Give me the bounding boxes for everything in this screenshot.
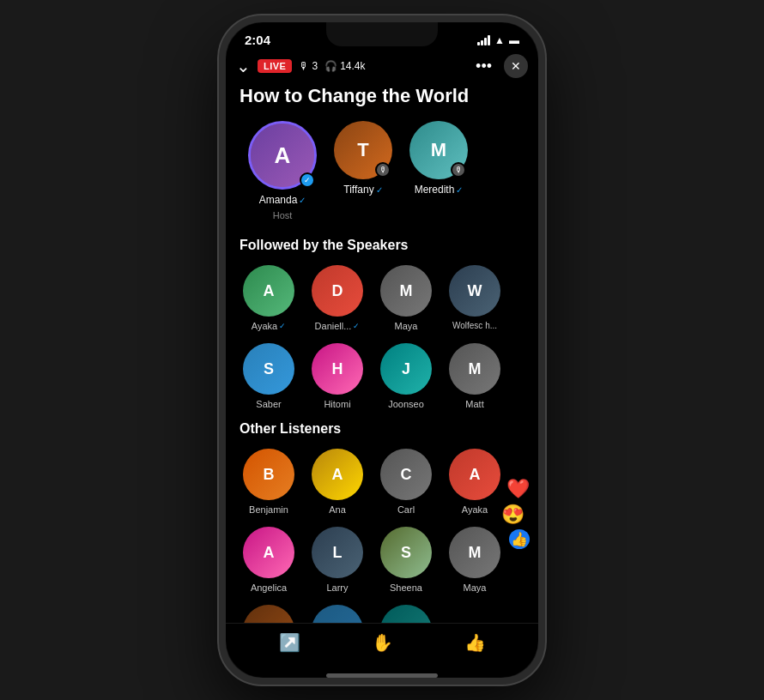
list-item[interactable] <box>240 605 298 623</box>
reaction-like: 👍 <box>509 529 530 549</box>
speaker-name: Meredith ✓ <box>415 184 464 196</box>
listener-info: 🎧 14.4k <box>324 60 365 72</box>
live-badge: LIVE <box>258 59 292 73</box>
more-options-button[interactable]: ••• <box>470 56 497 77</box>
list-item[interactable]: M ❤️ Maya <box>446 527 504 593</box>
headphone-icon: 🎧 <box>324 60 337 72</box>
reaction-container: ❤️ 😍 👍 <box>501 478 530 549</box>
user-name: Maya <box>464 582 487 593</box>
avatar: M <box>449 343 500 395</box>
user-name: Sheena <box>390 582 422 593</box>
list-item[interactable]: A Ayaka ✓ <box>240 265 298 331</box>
list-item[interactable] <box>308 605 367 623</box>
user-name: Daniell... ✓ <box>315 321 361 331</box>
verified-icon: ✓ <box>279 322 286 330</box>
speaker-name: Amanda ✓ <box>259 194 306 206</box>
phone-screen: 2:04 ▲ ▬ ⌄ LIVE 🎙 3 🎧 14. <box>226 22 538 678</box>
list-item[interactable]: A Ayaka <box>446 449 504 515</box>
list-item[interactable]: J Joonseo <box>377 343 435 409</box>
avatar: C <box>380 449 432 500</box>
phone-device: 2:04 ▲ ▬ ⌄ LIVE 🎙 3 🎧 14. <box>219 15 545 685</box>
user-name: Ayaka <box>462 504 488 515</box>
verified-icon: ✓ <box>353 322 360 330</box>
listeners-row-2: A Angelica L Larry S Shee <box>240 527 524 593</box>
listeners-section-title: Other Listeners <box>240 421 524 437</box>
avatar: M ❤️ <box>449 527 500 578</box>
top-bar: ⌄ LIVE 🎙 3 🎧 14.4k ••• ✕ <box>226 51 538 85</box>
mic-off-badge: 🎙 <box>451 162 466 178</box>
user-name: Hitomi <box>324 399 350 409</box>
phone-notch <box>326 22 438 46</box>
speaker-item[interactable]: M 🎙 Meredith ✓ <box>409 121 468 220</box>
avatar: M <box>380 265 432 317</box>
speaker-role: Host <box>273 210 293 220</box>
user-name: Saber <box>256 399 281 409</box>
mic-icon: 🎙 <box>299 60 309 72</box>
bottom-bar: ↗️ ✋ 👍 <box>226 623 538 670</box>
followed-section: Followed by the Speakers A Ayaka ✓ D Dan… <box>240 238 524 409</box>
speaker-item[interactable]: A ✓ Amanda ✓ Host <box>248 121 317 220</box>
verified-icon: ✓ <box>376 185 383 195</box>
user-name: Carl <box>397 504 415 515</box>
listener-count: 14.4k <box>340 60 365 72</box>
followed-row-1: A Ayaka ✓ D Daniell... ✓ <box>240 265 524 331</box>
share-button[interactable]: ↗️ <box>279 632 300 653</box>
user-name: Matt <box>465 399 483 409</box>
raise-hand-button[interactable]: ✋ <box>372 632 393 653</box>
mic-off-badge: 🎙 <box>375 162 391 178</box>
user-name: Maya <box>395 321 418 331</box>
avatar: B <box>243 449 294 500</box>
close-button[interactable]: ✕ <box>504 54 528 78</box>
listeners-row-1: B Benjamin A Ana C Carl <box>240 449 524 515</box>
wifi-icon: ▲ <box>494 34 505 46</box>
avatar: J <box>380 343 432 395</box>
chevron-down-icon[interactable]: ⌄ <box>236 56 251 76</box>
list-item[interactable]: C Carl <box>377 449 435 515</box>
followed-section-title: Followed by the Speakers <box>240 238 524 253</box>
avatar-wrap: T 🎙 <box>334 121 392 179</box>
user-name: Angelica <box>251 582 287 593</box>
reaction-love: 😍 <box>501 504 524 526</box>
list-item[interactable]: B Benjamin <box>240 449 298 515</box>
list-item[interactable] <box>377 605 435 623</box>
avatar <box>380 605 432 623</box>
list-item[interactable]: H Hitomi <box>308 343 367 409</box>
list-item[interactable]: A Angelica <box>240 527 298 593</box>
close-icon: ✕ <box>511 59 521 73</box>
user-name: Joonseo <box>388 399 424 409</box>
user-name: Ana <box>329 504 346 515</box>
verified-icon: ✓ <box>456 185 463 195</box>
avatar: S <box>243 343 294 395</box>
mic-count: 3 <box>312 60 318 72</box>
home-indicator <box>326 673 438 678</box>
list-item[interactable]: W Wolfesc h... <box>446 265 504 331</box>
avatar: A <box>243 265 294 317</box>
followed-row-2: S Saber H Hitomi J Joonse <box>240 343 524 409</box>
avatar: D <box>312 265 363 317</box>
user-name: Benjamin <box>249 504 288 515</box>
list-item[interactable]: A Ana <box>308 449 367 515</box>
avatar <box>312 605 363 623</box>
room-title: How to Change the World <box>240 85 524 107</box>
like-button[interactable]: 👍 <box>464 632 486 653</box>
reaction-heart: ❤️ <box>506 478 530 500</box>
list-item[interactable]: D Daniell... ✓ <box>308 265 367 331</box>
verified-icon: ✓ <box>299 196 306 205</box>
user-name: Ayaka ✓ <box>252 321 286 331</box>
speaker-name: Tiffany ✓ <box>343 184 382 196</box>
listeners-row-3 <box>240 605 524 623</box>
avatar: A <box>312 449 363 500</box>
status-time: 2:04 <box>245 33 270 47</box>
speakers-row: A ✓ Amanda ✓ Host T 🎙 <box>240 121 524 220</box>
verified-badge: ✓ <box>300 172 315 188</box>
user-name: Wolfesc h... <box>452 321 497 330</box>
list-item[interactable]: M Matt <box>446 343 504 409</box>
list-item[interactable]: S Sheena <box>377 527 435 593</box>
avatar: H <box>312 343 363 395</box>
list-item[interactable]: S Saber <box>240 343 298 409</box>
speaker-item[interactable]: T 🎙 Tiffany ✓ <box>334 121 392 220</box>
status-icons: ▲ ▬ <box>477 34 519 46</box>
list-item[interactable]: L Larry <box>308 527 367 593</box>
avatar-wrap: M 🎙 <box>409 121 468 179</box>
list-item[interactable]: M Maya <box>377 265 435 331</box>
